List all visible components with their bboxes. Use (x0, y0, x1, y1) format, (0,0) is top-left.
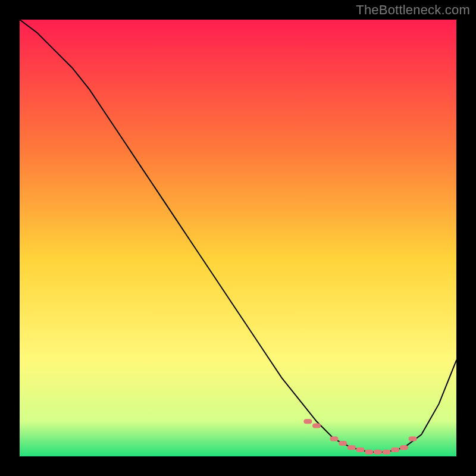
chart-container (20, 20, 456, 456)
curve-marker (347, 445, 356, 450)
curve-marker (409, 437, 417, 441)
curve-marker (339, 441, 347, 446)
outer-black-frame: TheBottleneck.com (0, 0, 476, 476)
curve-marker (365, 450, 373, 455)
curve-marker (303, 419, 312, 424)
curve-marker (312, 424, 321, 428)
curve-marker (330, 437, 339, 441)
curve-marker (374, 450, 382, 455)
watermark-text: TheBottleneck.com (356, 2, 470, 18)
curve-marker (400, 445, 408, 450)
curve-marker (383, 450, 391, 455)
chart-background-gradient (20, 20, 456, 456)
curve-marker (391, 447, 399, 452)
chart-svg (20, 20, 456, 456)
curve-marker (356, 447, 365, 452)
